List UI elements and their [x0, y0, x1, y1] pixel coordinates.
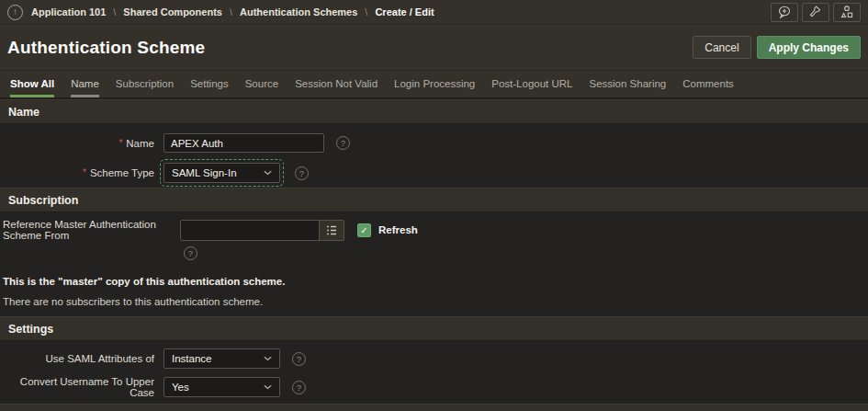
breadcrumb: Application 101 \ Shared Components \ Au…: [31, 6, 434, 17]
reference-master-help-icon[interactable]: ?: [184, 246, 197, 260]
check-icon: ✓: [360, 225, 367, 235]
breadcrumb-item-application[interactable]: Application 101: [31, 6, 106, 17]
shapes-icon: [840, 5, 854, 19]
tab-show-all[interactable]: Show All: [10, 72, 54, 97]
tab-comments[interactable]: Comments: [682, 72, 734, 97]
saml-attributes-value: Instance: [172, 353, 211, 364]
section-title: Settings: [8, 323, 53, 336]
breadcrumb-separator: \: [222, 6, 240, 17]
section-title: Name: [8, 106, 39, 119]
breadcrumb-separator: \: [357, 6, 375, 17]
breadcrumb-item-authentication-schemes[interactable]: Authentication Schemes: [240, 6, 357, 17]
breadcrumb-bar: ↑ Application 101 \ Shared Components \ …: [0, 0, 868, 25]
name-help-icon[interactable]: ?: [336, 136, 350, 150]
field-row-reference-master: Reference Master Authentication Scheme F…: [0, 219, 868, 241]
scheme-type-help-icon[interactable]: ?: [295, 166, 309, 180]
reference-master-help-row: ?: [184, 246, 868, 260]
tab-source[interactable]: Source: [245, 72, 278, 97]
tab-login-processing[interactable]: Login Processing: [394, 72, 475, 97]
reference-master-label: Reference Master Authentication Scheme F…: [0, 219, 180, 241]
required-marker: *: [83, 167, 86, 177]
saml-attributes-label: Use SAML Attributes of: [0, 353, 163, 364]
scheme-type-value: SAML Sign-In: [172, 167, 237, 178]
section-header-subscription: Subscription: [0, 188, 868, 212]
section-title: Subscription: [8, 194, 78, 207]
saml-attributes-select[interactable]: Instance: [163, 348, 280, 369]
section-body-subscription: Reference Master Authentication Scheme F…: [0, 212, 868, 316]
tab-post-logout-url[interactable]: Post-Logout URL: [491, 72, 572, 97]
shared-components-button[interactable]: [833, 3, 861, 22]
tab-name[interactable]: Name: [71, 72, 99, 97]
field-row-upper-case: Convert Username To Upper Case Yes ?: [0, 376, 868, 398]
tab-settings[interactable]: Settings: [190, 72, 229, 97]
section-header-source: Source: [0, 404, 868, 411]
field-row-saml-attributes: Use SAML Attributes of Instance ?: [0, 348, 868, 369]
page-title: Authentication Scheme: [7, 38, 205, 58]
name-label: *Name: [0, 138, 163, 149]
breadcrumb-item-create-edit: Create / Edit: [375, 6, 434, 17]
field-row-scheme-type: *Scheme Type SAML Sign-In ?: [0, 163, 868, 183]
section-body-name: *Name ? *Scheme Type SAML Sign-In ?: [0, 124, 868, 188]
tab-subscription[interactable]: Subscription: [116, 72, 174, 97]
saml-attributes-help-icon[interactable]: ?: [292, 352, 306, 366]
lov-picker-button[interactable]: [320, 220, 344, 241]
apply-changes-button[interactable]: Apply Changes: [757, 36, 861, 59]
upper-case-label: Convert Username To Upper Case: [0, 376, 163, 398]
breadcrumb-separator: \: [106, 6, 123, 17]
refresh-label: Refresh: [378, 224, 418, 235]
section-body-settings: Use SAML Attributes of Instance ? Conver…: [0, 341, 868, 404]
up-arrow-icon[interactable]: ↑: [7, 5, 23, 20]
tab-session-sharing[interactable]: Session Sharing: [590, 72, 667, 97]
chevron-down-icon: [264, 170, 272, 176]
refresh-checkbox[interactable]: ✓: [357, 223, 371, 237]
scheme-type-label: *Scheme Type: [0, 167, 163, 178]
upper-case-value: Yes: [172, 382, 189, 393]
tab-session-not-valid[interactable]: Session Not Valid: [295, 72, 378, 97]
page-header: Authentication Scheme Cancel Apply Chang…: [0, 25, 868, 71]
chevron-down-icon: [264, 356, 272, 361]
no-subscribers-message: There are no subscribers to this authent…: [0, 296, 868, 307]
feedback-button[interactable]: [771, 3, 798, 22]
cancel-button[interactable]: Cancel: [693, 36, 750, 59]
breadcrumb-item-shared-components[interactable]: Shared Components: [123, 6, 222, 17]
section-header-settings: Settings: [0, 316, 868, 341]
section-header-name: Name: [0, 99, 868, 124]
feedback-bubble-icon: [777, 5, 792, 19]
name-input[interactable]: [163, 133, 324, 153]
master-copy-message: This is the "master" copy of this authen…: [0, 276, 868, 287]
required-marker: *: [118, 138, 122, 148]
scheme-type-select[interactable]: SAML Sign-In: [163, 163, 280, 183]
chevron-down-icon: [264, 384, 272, 390]
region-tabs: Show All Name Subscription Settings Sour…: [0, 71, 868, 99]
reference-master-input[interactable]: [180, 220, 320, 241]
upper-case-help-icon[interactable]: ?: [292, 381, 306, 394]
field-row-name: *Name ?: [0, 133, 868, 153]
list-icon: [325, 224, 338, 236]
search-button[interactable]: [802, 3, 829, 22]
upper-case-select[interactable]: Yes: [163, 377, 280, 397]
flashlight-icon: [808, 5, 823, 19]
